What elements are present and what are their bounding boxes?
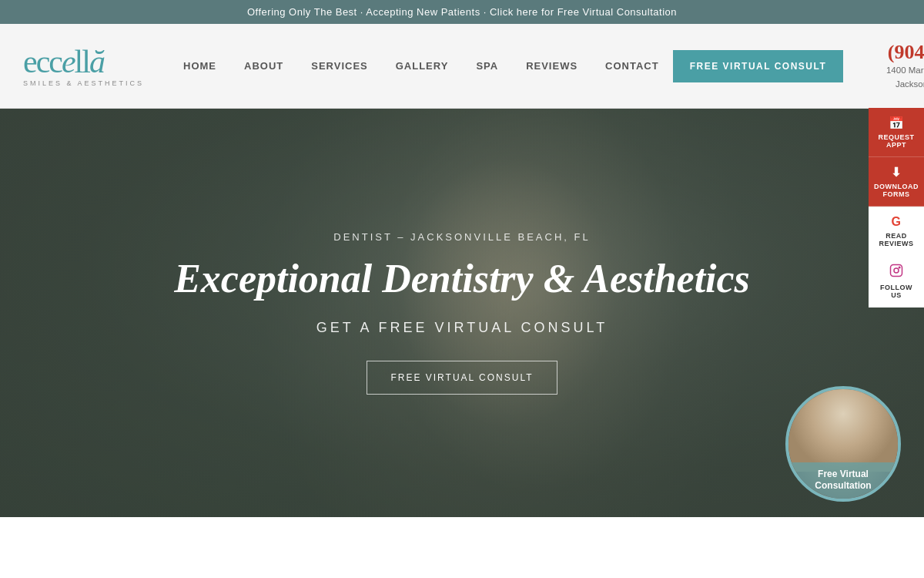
hero-subtitle: DENTIST – JACKSONVILLE BEACH, FL (174, 231, 750, 243)
nav-reviews[interactable]: REVIEWS (512, 60, 591, 72)
follow-us-button[interactable]: FOLLOWUS (869, 256, 924, 307)
request-appt-label: REQUESTAPPT (878, 133, 914, 149)
hero-cta-button[interactable]: FREE VIRTUAL CONSULT (367, 361, 557, 395)
banner-text: Offering Only The Best · Accepting New P… (247, 6, 677, 18)
download-forms-button[interactable]: ⬇ DOWNLOADFORMS (869, 157, 924, 207)
nav-gallery[interactable]: GALLERY (382, 60, 463, 72)
nav-cta-button[interactable]: FREE VIRTUAL CONSULT (673, 50, 844, 82)
hero-content: DENTIST – JACKSONVILLE BEACH, FL Excepti… (159, 231, 765, 394)
instagram-icon (873, 264, 919, 281)
nav-about[interactable]: ABOUT (230, 60, 297, 72)
google-icon: G (873, 215, 919, 229)
hero-title: Exceptional Dentistry & Aesthetics (174, 257, 750, 301)
top-banner[interactable]: Offering Only The Best · Accepting New P… (0, 0, 924, 24)
download-icon: ⬇ (873, 165, 919, 180)
svg-point-2 (899, 267, 900, 268)
nav-services[interactable]: SERVICES (297, 60, 382, 72)
request-appt-button[interactable]: 📅 REQUESTAPPT (869, 108, 924, 157)
nav-contact[interactable]: CONTACT (591, 60, 673, 72)
svg-rect-0 (891, 265, 902, 277)
consult-face-bg (788, 389, 898, 472)
contact-info: (904) 834-3737 1400 Marsh Landing Pkwy #… (859, 41, 924, 91)
virtual-consult-circle[interactable]: Free VirtualConsultation (785, 386, 901, 502)
nav-home[interactable]: HOME (169, 60, 230, 72)
side-panel: 📅 REQUESTAPPT ⬇ DOWNLOADFORMS G READREVI… (869, 108, 924, 307)
address-line1: 1400 Marsh Landing Pkwy #104 (859, 64, 924, 77)
header: eccellă SMILES & AESTHETICS HOME ABOUT S… (0, 24, 924, 109)
main-nav: HOME ABOUT SERVICES GALLERY SPA REVIEWS … (169, 50, 843, 82)
download-forms-label: DOWNLOADFORMS (874, 183, 919, 198)
phone-number[interactable]: (904) 834-3737 (859, 41, 924, 64)
svg-point-1 (894, 268, 899, 273)
hero-section: DENTIST – JACKSONVILLE BEACH, FL Excepti… (0, 109, 924, 517)
hero-tagline: GET A FREE VIRTUAL CONSULT (174, 320, 750, 336)
logo-tagline: SMILES & AESTHETICS (23, 79, 144, 87)
follow-us-label: FOLLOWUS (880, 284, 912, 299)
calendar-icon: 📅 (873, 116, 919, 130)
read-reviews-button[interactable]: G READREVIEWS (869, 207, 924, 256)
logo-area[interactable]: eccellă SMILES & AESTHETICS (23, 45, 146, 87)
logo-text: eccellă (23, 45, 104, 78)
virtual-consult-text: Free VirtualConsultation (788, 462, 898, 499)
address-line2: Jacksonville Beach, FL 32250 (859, 78, 924, 91)
read-reviews-label: READREVIEWS (879, 232, 913, 247)
nav-spa[interactable]: SPA (462, 60, 512, 72)
